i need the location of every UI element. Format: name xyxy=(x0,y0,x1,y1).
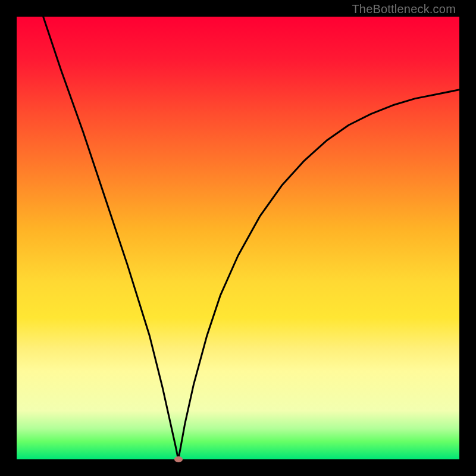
minimum-point-marker xyxy=(174,456,183,462)
chart-frame: TheBottleneck.com xyxy=(0,0,476,476)
watermark-text: TheBottleneck.com xyxy=(352,2,456,16)
plot-area xyxy=(17,17,459,459)
bottleneck-curve xyxy=(17,17,459,459)
